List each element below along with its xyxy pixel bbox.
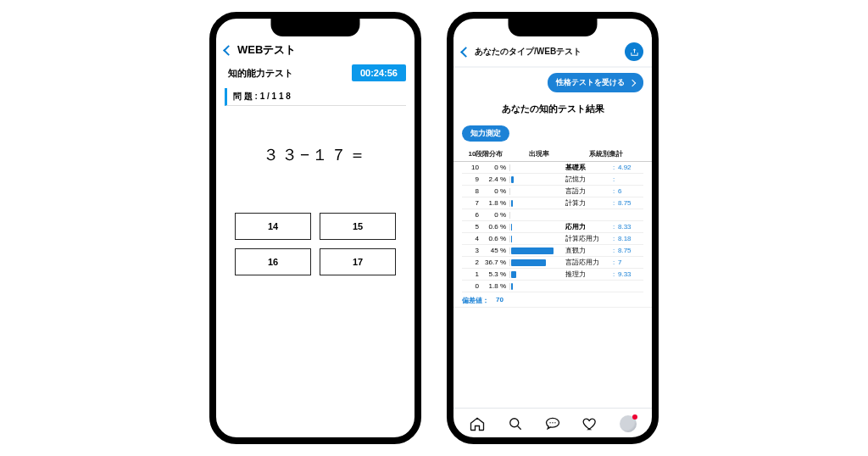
dist-bar: [511, 283, 513, 290]
dist-pct: 0.6 %: [482, 223, 509, 231]
dist-bar: [511, 236, 512, 242]
answer-option[interactable]: 16: [235, 248, 311, 275]
table-row: 40.6 %計算応用力:8.18: [462, 233, 643, 245]
chevron-right-icon: [629, 79, 636, 86]
category-score: 7: [618, 259, 643, 266]
dist-bar: [511, 259, 546, 266]
result-title: あなたの知的テスト結果: [453, 96, 652, 124]
page-title: WEBテスト: [237, 42, 296, 58]
share-button[interactable]: [625, 42, 643, 61]
dist-bar-wrap: [509, 271, 559, 278]
dist-pct: 45 %: [482, 247, 509, 254]
header: WEBテスト: [216, 37, 415, 63]
dist-level: 1: [462, 270, 482, 278]
category-name: 直観力: [559, 246, 613, 255]
dist-bar: [511, 224, 512, 231]
th-distribution: 10段階分布: [462, 147, 509, 161]
back-icon[interactable]: [223, 45, 234, 56]
svg-point-2: [549, 422, 550, 423]
dist-level: 3: [462, 247, 482, 254]
table-row: 01.8 %: [462, 281, 643, 292]
deviation-label: 偏差値：: [462, 296, 489, 305]
header: あなたのタイプ/WEBテスト: [453, 37, 652, 66]
category-name: 基礎系: [559, 163, 613, 172]
dist-bar: [511, 200, 513, 207]
category-name: 言語力: [559, 186, 613, 196]
category-score: 8.75: [618, 247, 643, 254]
favorites-tab[interactable]: [581, 415, 598, 432]
table-row: 345 %直観力:8.75: [462, 245, 643, 257]
category-name: 推理力: [559, 270, 613, 279]
dist-level: 8: [462, 187, 482, 195]
dist-level: 10: [462, 164, 482, 171]
answer-option[interactable]: 14: [235, 213, 311, 240]
table-row: 15.3 %推理力:9.33: [462, 269, 643, 281]
search-tab[interactable]: [507, 415, 524, 432]
dist-bar-wrap: [509, 224, 559, 231]
category-score: 8.75: [618, 199, 643, 207]
dist-pct: 0.6 %: [482, 235, 509, 242]
dist-pct: 5.3 %: [482, 270, 509, 278]
phone-test: WEBテスト 知的能力テスト 00:24:56 問 題 : 1 / 1 1 8 …: [209, 12, 421, 444]
profile-tab[interactable]: [620, 415, 637, 432]
table-row: 92.4 %記憶力:: [462, 174, 643, 186]
category-name: 言語応用力: [559, 258, 613, 267]
deviation-value: 70: [496, 296, 504, 305]
svg-point-0: [509, 419, 518, 427]
home-tab[interactable]: [469, 415, 486, 432]
dist-bar-wrap: [509, 247, 559, 254]
dist-bar-wrap: [509, 200, 559, 207]
table-row: 71.8 %計算力:8.75: [462, 197, 643, 209]
dist-bar-wrap: [509, 212, 559, 219]
dist-pct: 0 %: [482, 164, 509, 171]
section-pill: 知力測定: [462, 125, 509, 142]
dist-pct: 0 %: [482, 211, 509, 219]
heart-icon: [581, 415, 598, 432]
search-icon: [507, 415, 524, 432]
dist-level: 4: [462, 235, 482, 242]
category-name: 計算応用力: [559, 234, 613, 243]
back-icon[interactable]: [460, 47, 471, 58]
cta-label: 性格テストを受ける: [556, 77, 625, 88]
dist-pct: 1.8 %: [482, 199, 509, 207]
question-counter: 問 題 : 1 / 1 1 8: [225, 88, 406, 106]
phone-results: あなたのタイプ/WEBテスト 性格テストを受ける あなたの知的テスト結果 知力測…: [447, 12, 659, 444]
device-notch: [271, 18, 360, 36]
table-header: 10段階分布 出現率 系統別集計: [453, 147, 652, 162]
colon: :: [613, 175, 618, 183]
dist-level: 7: [462, 199, 482, 207]
th-category: 系統別集計: [569, 147, 643, 161]
svg-point-3: [552, 422, 553, 423]
question-text: ３３−１７＝: [216, 144, 415, 166]
home-icon: [469, 415, 486, 432]
dist-bar: [511, 176, 514, 183]
chat-tab[interactable]: [544, 415, 561, 432]
table-row: 236.7 %言語応用力:7: [462, 257, 643, 269]
dist-bar-wrap: [509, 283, 559, 290]
category-score: 9.33: [618, 270, 643, 278]
dist-bar: [511, 247, 554, 254]
answer-grid: 14 15 16 17: [216, 213, 415, 275]
device-notch: [509, 18, 598, 36]
dist-pct: 0 %: [482, 187, 509, 195]
share-icon: [630, 47, 639, 57]
tab-bar: [453, 408, 652, 437]
chat-icon: [544, 415, 561, 432]
dist-pct: 1.8 %: [482, 282, 509, 290]
category-score: 6: [618, 187, 643, 195]
avatar-icon: [620, 415, 637, 432]
dist-pct: 2.4 %: [482, 175, 509, 183]
dist-bar-wrap: [509, 176, 559, 183]
answer-option[interactable]: 17: [320, 248, 396, 275]
category-score: 8.33: [618, 223, 643, 231]
personality-test-button[interactable]: 性格テストを受ける: [548, 73, 643, 92]
dist-bar-wrap: [509, 236, 559, 242]
category-score: 4.92: [618, 164, 643, 171]
dist-bar-wrap: [509, 164, 559, 171]
data-table: 100 %基礎系:4.9292.4 %記憶力:80 %言語力:671.8 %計算…: [453, 162, 652, 292]
table-row: 60 %: [462, 209, 643, 221]
th-rate: 出現率: [509, 147, 569, 161]
category-score: 8.18: [618, 235, 643, 242]
dist-level: 5: [462, 223, 482, 231]
answer-option[interactable]: 15: [320, 213, 396, 240]
